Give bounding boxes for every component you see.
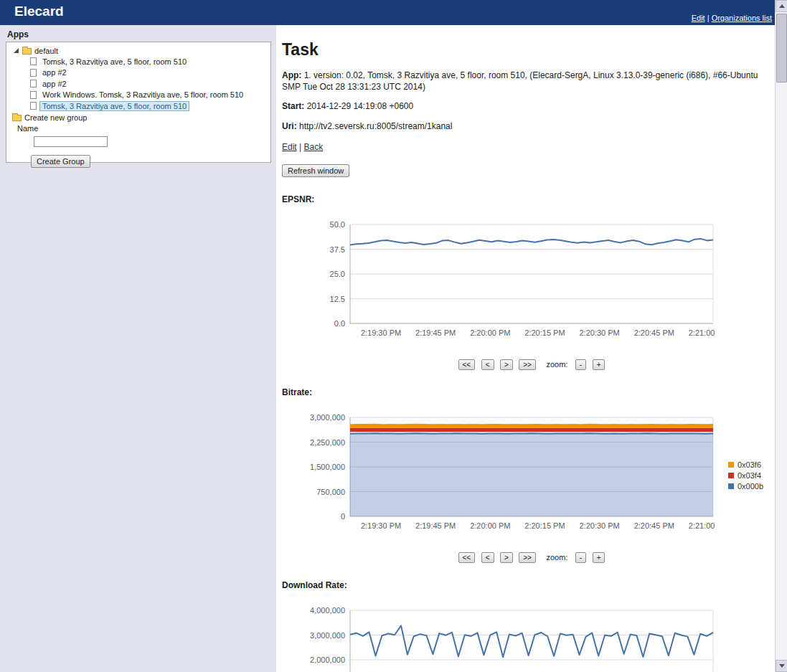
- header-edit-link[interactable]: Edit: [692, 14, 705, 22]
- svg-text:2,250,000: 2,250,000: [310, 437, 345, 446]
- epsnr-chart-nav: << < > >> zoom: - +: [350, 357, 713, 370]
- task-links: Edit | Back: [282, 142, 775, 152]
- chart-last-button[interactable]: >>: [519, 552, 536, 563]
- bitrate-chart: 0750,0001,500,0002,250,0003,000,0002:19:…: [282, 413, 716, 538]
- zoom-out-button[interactable]: -: [575, 359, 586, 370]
- chart-prev-button[interactable]: <: [481, 359, 494, 370]
- page: Elecard Edit | Organizations list Apps d…: [0, 0, 787, 672]
- app-label: App:: [282, 70, 301, 80]
- download-rate-chart: 2,000,0003,000,0004,000,000: [282, 606, 716, 672]
- tree-item[interactable]: Tomsk, 3 Razvitiya ave, 5 floor, room 51…: [6, 56, 270, 67]
- svg-text:4,000,000: 4,000,000: [310, 606, 345, 615]
- sidebar: Apps default Tomsk, 3 Razvitiya ave, 5 f…: [0, 25, 276, 672]
- svg-text:750,000: 750,000: [316, 487, 345, 496]
- scrollbar-thumb[interactable]: [776, 14, 787, 82]
- page-title: Task: [282, 40, 775, 60]
- create-new-group-row[interactable]: Create new group: [6, 112, 270, 123]
- file-icon: [30, 102, 37, 110]
- bitrate-chart-legend: 0x03f60x03f40x000b: [728, 458, 763, 493]
- group-name-input[interactable]: [34, 136, 108, 147]
- chart-first-button[interactable]: <<: [458, 552, 476, 563]
- svg-text:25.0: 25.0: [330, 270, 345, 278]
- tree-item[interactable]: Work Windows. Tomsk, 3 Razvitiya ave, 5 …: [6, 90, 270, 101]
- tree-item[interactable]: Tomsk, 3 Razvitiya ave, 5 floor, room 51…: [6, 100, 270, 112]
- bitrate-chart-row: 0750,0001,500,0002,250,0003,000,0002:19:…: [282, 413, 775, 538]
- start-value: 2014-12-29 14:19:08 +0600: [307, 101, 413, 111]
- chart-first-button[interactable]: <<: [458, 359, 476, 370]
- tree-group-default[interactable]: default: [6, 45, 270, 56]
- scroll-up-button[interactable]: [776, 0, 787, 12]
- svg-text:2:20:15 PM: 2:20:15 PM: [524, 328, 565, 337]
- svg-text:2,000,000: 2,000,000: [310, 656, 345, 664]
- svg-text:2:20:30 PM: 2:20:30 PM: [579, 521, 619, 530]
- tree-items: Tomsk, 3 Razvitiya ave, 5 floor, room 51…: [6, 56, 270, 112]
- tree-item[interactable]: app #2: [6, 67, 270, 79]
- app-value: 1. version: 0.02, Tomsk, 3 Razvitiya ave…: [282, 70, 758, 92]
- svg-text:2:19:30 PM: 2:19:30 PM: [361, 521, 401, 530]
- header-links-separator: |: [707, 14, 710, 22]
- file-icon: [30, 91, 37, 99]
- svg-text:2:19:45 PM: 2:19:45 PM: [415, 328, 456, 337]
- apps-title: Apps: [7, 29, 276, 39]
- legend-label: 0x000b: [737, 482, 763, 491]
- task-edit-link[interactable]: Edit: [282, 142, 297, 152]
- refresh-window-button[interactable]: Refresh window: [282, 164, 349, 177]
- zoom-in-button[interactable]: +: [593, 359, 605, 370]
- file-icon: [30, 80, 37, 87]
- svg-text:37.5: 37.5: [330, 245, 345, 253]
- bitrate-section-label: Bitrate:: [282, 387, 775, 397]
- chart-next-button[interactable]: >: [500, 359, 513, 370]
- svg-text:2:21:00 PM: 2:21:00 PM: [689, 521, 716, 530]
- app-info-line: App: 1. version: 0.02, Tomsk, 3 Razvitiy…: [282, 70, 775, 93]
- legend-swatch-icon: [728, 462, 734, 468]
- header-organizations-list-link[interactable]: Organizations list: [712, 14, 772, 22]
- legend-label: 0x03f6: [737, 460, 761, 469]
- task-back-link[interactable]: Back: [304, 142, 324, 152]
- chart-next-button[interactable]: >: [500, 552, 513, 563]
- zoom-in-button[interactable]: +: [593, 552, 605, 563]
- tree-item-label: Tomsk, 3 Razvitiya ave, 5 floor, room 51…: [39, 57, 189, 67]
- svg-text:2:20:00 PM: 2:20:00 PM: [470, 328, 510, 337]
- svg-text:2:20:15 PM: 2:20:15 PM: [524, 521, 565, 530]
- uri-value: http://tv2.seversk.ru:8005/stream/1kanal: [299, 121, 452, 131]
- tree-expander-icon[interactable]: [14, 48, 19, 53]
- chart-last-button[interactable]: >>: [519, 359, 536, 370]
- svg-text:2:20:30 PM: 2:20:30 PM: [579, 328, 619, 337]
- file-icon: [30, 69, 37, 77]
- uri-info-line: Uri: http://tv2.seversk.ru:8005/stream/1…: [282, 120, 775, 132]
- svg-text:1,500,000: 1,500,000: [310, 463, 345, 471]
- chart-prev-button[interactable]: <: [481, 552, 494, 563]
- svg-text:2:20:00 PM: 2:20:00 PM: [470, 521, 510, 530]
- tree-item-label: Work Windows. Tomsk, 3 Razvitiya ave, 5 …: [39, 90, 246, 100]
- svg-text:0.0: 0.0: [334, 319, 345, 328]
- legend-label: 0x03f4: [737, 471, 761, 480]
- create-group-button[interactable]: Create Group: [31, 155, 90, 168]
- svg-text:2:21:00 PM: 2:21:00 PM: [689, 328, 716, 337]
- vertical-scrollbar[interactable]: [775, 0, 787, 672]
- task-links-separator: |: [299, 142, 301, 152]
- svg-text:2:20:45 PM: 2:20:45 PM: [634, 521, 674, 530]
- legend-swatch-icon: [728, 483, 734, 489]
- legend-swatch-icon: [728, 473, 734, 478]
- tree-item-label: Tomsk, 3 Razvitiya ave, 5 floor, room 51…: [39, 101, 189, 111]
- app-title: Elecard: [14, 4, 64, 19]
- zoom-out-button[interactable]: -: [575, 552, 586, 563]
- download-rate-chart-row: 2,000,0003,000,0004,000,000: [282, 606, 775, 672]
- folder-icon: [12, 115, 22, 121]
- epsnr-chart: 0.012.525.037.550.02:19:30 PM2:19:45 PM2…: [282, 220, 716, 345]
- app-header: Elecard Edit | Organizations list: [0, 0, 775, 25]
- apps-tree-panel: default Tomsk, 3 Razvitiya ave, 5 floor,…: [6, 42, 271, 163]
- zoom-label: zoom:: [546, 553, 567, 562]
- legend-item: 0x03f4: [728, 471, 763, 480]
- scroll-down-button[interactable]: [776, 660, 787, 672]
- download-rate-section-label: Download Rate:: [282, 580, 775, 590]
- zoom-label: zoom:: [546, 360, 567, 369]
- svg-text:2:20:45 PM: 2:20:45 PM: [634, 328, 674, 337]
- arrow-up-icon: [779, 4, 785, 8]
- bitrate-chart-nav: << < > >> zoom: - +: [350, 550, 713, 563]
- svg-text:12.5: 12.5: [330, 294, 345, 303]
- epsnr-section-label: EPSNR:: [282, 194, 775, 204]
- name-label: Name: [17, 124, 270, 133]
- header-links: Edit | Organizations list: [692, 14, 772, 22]
- tree-item[interactable]: app #2: [6, 78, 270, 90]
